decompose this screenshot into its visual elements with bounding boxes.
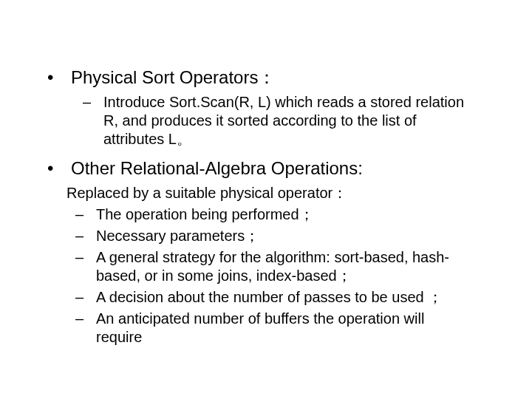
bullet-text: An anticipated number of buffers the ope…: [96, 310, 424, 345]
sub-intro-text: Replaced by a suitable physical operator…: [37, 184, 495, 202]
bullet-text: Necessary parameters；: [96, 228, 259, 244]
bullet-text: A decision about the number of passes to…: [96, 289, 443, 305]
sub-bullet-operation: The operation being performed；: [37, 205, 495, 224]
bullet-physical-sort: Physical Sort Operators：: [37, 66, 495, 89]
bullet-text: A general strategy for the algorithm: so…: [96, 249, 449, 284]
sub-bullet-params: Necessary parameters；: [37, 227, 495, 245]
spacer: [37, 151, 495, 157]
bullet-sortscan: Introduce Sort.Scan(R, L) which reads a …: [37, 93, 495, 149]
sub-bullet-passes: A decision about the number of passes to…: [37, 288, 495, 307]
sub-intro-label: Replaced by a suitable physical operator…: [66, 185, 347, 201]
bullet-text: The operation being performed；: [96, 206, 314, 222]
bullet-text: Other Relational-Algebra Operations:: [71, 158, 363, 178]
sub-bullet-strategy: A general strategy for the algorithm: so…: [37, 248, 495, 285]
sub-bullet-buffers: An anticipated number of buffers the ope…: [37, 310, 495, 347]
bullet-text: Introduce Sort.Scan(R, L) which reads a …: [103, 94, 464, 147]
slide-content: Physical Sort Operators： Introduce Sort.…: [0, 0, 532, 399]
bullet-text: Physical Sort Operators：: [71, 67, 276, 87]
bullet-other-ops: Other Relational-Algebra Operations:: [37, 157, 495, 180]
